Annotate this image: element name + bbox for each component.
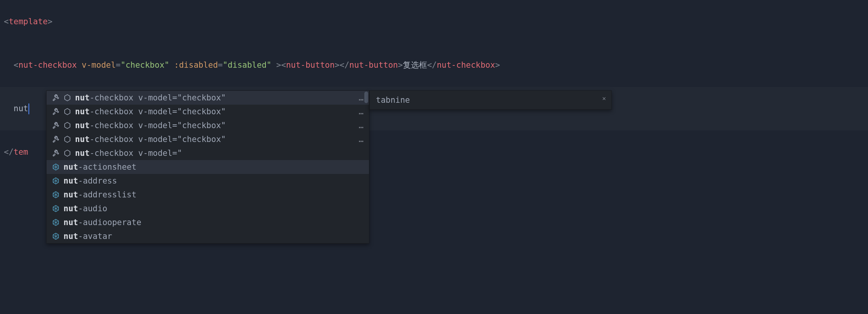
suggestion-item[interactable]: nut-audio: [47, 202, 369, 215]
hexagon-icon: [63, 135, 71, 143]
angle-bracket: <: [13, 60, 18, 70]
component-icon: [52, 163, 60, 171]
attr-name: :disabled: [169, 60, 218, 70]
attr-value: "checkbox": [120, 60, 169, 70]
angle-bracket: <: [4, 17, 9, 26]
tag-name: nut-button: [349, 60, 398, 70]
angle-bracket: >: [48, 17, 53, 26]
suggestion-item[interactable]: nut-audiooperate: [47, 215, 369, 229]
suggestion-detail-panel: tabnine ✕: [369, 90, 612, 110]
component-icon: [52, 232, 60, 240]
attr-value: "disabled": [223, 60, 271, 70]
angle-bracket: >: [495, 60, 500, 70]
tag-name: nut-checkbox: [18, 60, 77, 70]
suggestion-item[interactable]: nut-checkbox v-model="checkbox" …: [47, 119, 369, 132]
indent: [4, 58, 13, 72]
text-content: 复选框: [403, 60, 427, 70]
ellipsis-icon: …: [359, 93, 364, 102]
detail-text: tabnine: [376, 95, 410, 105]
text-cursor: [28, 104, 29, 114]
suggestion-label: nut-checkbox v-model=": [75, 149, 182, 158]
tag-name: tem: [13, 147, 28, 157]
hexagon-icon: [63, 122, 71, 129]
wrench-icon: [52, 94, 60, 102]
suggestion-item[interactable]: nut-checkbox v-model=": [47, 146, 369, 160]
hexagon-icon: [63, 94, 71, 102]
suggestion-list[interactable]: nut-checkbox v-model="checkbox" …nut-che…: [46, 90, 369, 244]
suggestion-item[interactable]: nut-checkbox v-model="checkbox" …: [47, 91, 369, 105]
wrench-icon: [52, 108, 60, 115]
scrollbar[interactable]: [364, 92, 368, 103]
ellipsis-icon: …: [359, 107, 364, 116]
close-icon[interactable]: ✕: [602, 95, 606, 102]
suggestion-label: nut-address: [63, 176, 117, 185]
angle-bracket: </: [340, 60, 349, 70]
ellipsis-icon: …: [359, 121, 364, 130]
ellipsis-icon: …: [359, 135, 364, 144]
code-line-1[interactable]: <template>: [0, 0, 868, 43]
angle-bracket: >: [335, 60, 340, 70]
suggestion-item[interactable]: nut-actionsheet: [47, 160, 369, 174]
tag-name: nut-checkbox: [437, 60, 495, 70]
suggestion-label: nut-addresslist: [63, 190, 137, 199]
attr-name: v-model: [77, 60, 116, 70]
wrench-icon: [52, 122, 60, 129]
suggestion-label: nut-checkbox v-model="checkbox": [75, 121, 226, 130]
suggestion-label: nut-avatar: [63, 232, 112, 241]
suggestion-label: nut-checkbox v-model="checkbox": [75, 135, 226, 144]
angle-bracket: </: [427, 60, 437, 70]
wrench-icon: [52, 135, 60, 143]
indent: [4, 102, 13, 116]
suggestion-item[interactable]: nut-avatar: [47, 229, 369, 243]
suggestion-item[interactable]: nut-checkbox v-model="checkbox" …: [47, 105, 369, 119]
tag-name: nut-button: [286, 60, 334, 70]
tag-name: template: [9, 17, 48, 26]
autocomplete-popup: nut-checkbox v-model="checkbox" …nut-che…: [46, 90, 612, 244]
angle-bracket: >: [398, 60, 403, 70]
hexagon-icon: [63, 108, 71, 115]
angle-bracket: </: [4, 147, 13, 157]
component-icon: [52, 177, 60, 185]
component-icon: [52, 219, 60, 226]
suggestion-label: nut-checkbox v-model="checkbox": [75, 93, 226, 102]
typed-text: nut: [13, 104, 28, 113]
suggestion-label: nut-actionsheet: [63, 162, 137, 172]
component-icon: [52, 191, 60, 199]
suggestion-label: nut-checkbox v-model="checkbox": [75, 107, 226, 116]
suggestion-label: nut-audio: [63, 204, 107, 213]
suggestion-item[interactable]: nut-checkbox v-model="checkbox" …: [47, 132, 369, 146]
hexagon-icon: [63, 149, 71, 157]
wrench-icon: [52, 149, 60, 157]
angle-bracket: <: [281, 60, 286, 70]
equals: =: [116, 60, 121, 70]
code-line-2[interactable]: <nut-checkbox v-model="checkbox" :disabl…: [0, 43, 868, 87]
suggestion-label: nut-audiooperate: [63, 218, 141, 227]
suggestion-item[interactable]: nut-addresslist: [47, 188, 369, 202]
component-icon: [52, 205, 60, 212]
angle-bracket: >: [271, 60, 281, 70]
equals: =: [218, 60, 223, 70]
suggestion-item[interactable]: nut-address: [47, 174, 369, 188]
